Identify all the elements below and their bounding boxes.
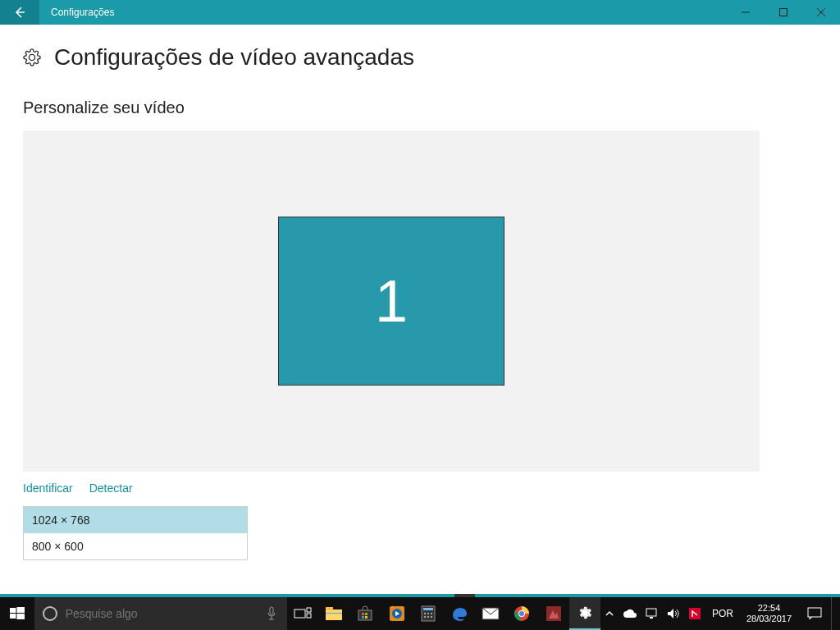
taskbar-app-settings[interactable]: [569, 597, 600, 630]
section-title: Personalize seu vídeo: [23, 98, 817, 117]
page-header: Configurações de vídeo avançadas: [23, 44, 817, 71]
window-title: Configurações: [39, 7, 114, 18]
svg-rect-2: [780, 9, 788, 16]
taskbar-clock[interactable]: 22:54 28/03/2017: [740, 603, 798, 624]
tray-antivirus-icon[interactable]: [684, 597, 705, 630]
system-tray: POR 22:54 28/03/2017: [600, 597, 840, 630]
taskbar-app-mail[interactable]: [475, 597, 506, 630]
taskbar-app-file-explorer[interactable]: [318, 597, 349, 630]
tray-overflow-button[interactable]: [600, 597, 619, 630]
svg-point-26: [424, 613, 426, 614]
clock-date: 28/03/2017: [746, 614, 792, 624]
svg-rect-12: [307, 614, 311, 618]
resolution-option[interactable]: 800 × 600: [24, 533, 247, 559]
svg-rect-15: [326, 613, 342, 614]
taskbar-search[interactable]: [34, 597, 287, 630]
start-button[interactable]: [0, 597, 34, 630]
window-titlebar: Configurações: [0, 0, 840, 25]
taskbar-app-chrome[interactable]: [506, 597, 537, 630]
taskbar-app-game[interactable]: [538, 597, 569, 630]
display-action-links: Identificar Detectar: [23, 482, 817, 495]
svg-point-28: [431, 613, 432, 614]
settings-content: Configurações de vídeo avançadas Persona…: [0, 25, 840, 597]
svg-point-29: [424, 616, 426, 618]
svg-point-35: [519, 611, 524, 616]
taskbar-app-store[interactable]: [349, 597, 381, 630]
taskbar-app-calculator[interactable]: [413, 597, 444, 630]
svg-rect-18: [365, 613, 368, 615]
svg-rect-5: [10, 608, 16, 613]
svg-rect-7: [10, 614, 16, 619]
tray-volume-icon[interactable]: [663, 597, 684, 630]
maximize-button[interactable]: [765, 0, 802, 25]
svg-rect-13: [326, 609, 342, 620]
page-title: Configurações de vídeo avançadas: [54, 44, 414, 71]
close-button[interactable]: [802, 0, 840, 25]
back-button[interactable]: [0, 0, 39, 25]
svg-marker-39: [668, 609, 673, 619]
svg-point-27: [427, 613, 429, 614]
cortana-icon: [43, 606, 57, 621]
taskbar: POR 22:54 28/03/2017: [0, 597, 840, 630]
detect-link[interactable]: Detectar: [89, 482, 133, 495]
minimize-button[interactable]: [727, 0, 765, 25]
svg-rect-20: [365, 616, 368, 619]
svg-rect-25: [423, 608, 433, 610]
taskbar-app-media-player[interactable]: [381, 597, 413, 630]
language-indicator[interactable]: POR: [705, 608, 740, 619]
monitor-1[interactable]: 1: [278, 217, 504, 386]
monitor-number-label: 1: [375, 267, 408, 335]
tray-network-icon[interactable]: [641, 597, 663, 630]
action-center-button[interactable]: [798, 597, 831, 630]
search-input[interactable]: [66, 607, 279, 620]
gear-icon: [23, 48, 41, 66]
show-desktop-button[interactable]: [831, 597, 840, 630]
microphone-icon[interactable]: [266, 606, 277, 621]
tray-onedrive-icon[interactable]: [619, 597, 641, 630]
svg-rect-9: [270, 607, 273, 614]
svg-rect-8: [16, 614, 25, 619]
svg-rect-19: [362, 616, 364, 619]
svg-point-31: [431, 616, 432, 618]
resolution-option[interactable]: 840 × 630: [24, 507, 247, 533]
svg-rect-14: [326, 607, 333, 610]
svg-rect-6: [16, 607, 25, 613]
task-view-button[interactable]: [287, 597, 318, 630]
svg-rect-10: [294, 609, 305, 618]
taskbar-app-edge[interactable]: [444, 597, 475, 630]
identify-link[interactable]: Identificar: [23, 482, 73, 495]
clock-time: 22:54: [746, 603, 792, 614]
svg-point-30: [427, 616, 429, 618]
display-arrangement-area[interactable]: 1: [23, 130, 760, 472]
resolution-dropdown-open[interactable]: 840 × 630 800 × 600: [23, 506, 248, 560]
svg-rect-11: [307, 608, 311, 612]
svg-rect-41: [808, 608, 821, 617]
svg-rect-37: [646, 609, 656, 616]
svg-rect-17: [362, 613, 364, 615]
svg-rect-38: [650, 617, 653, 619]
